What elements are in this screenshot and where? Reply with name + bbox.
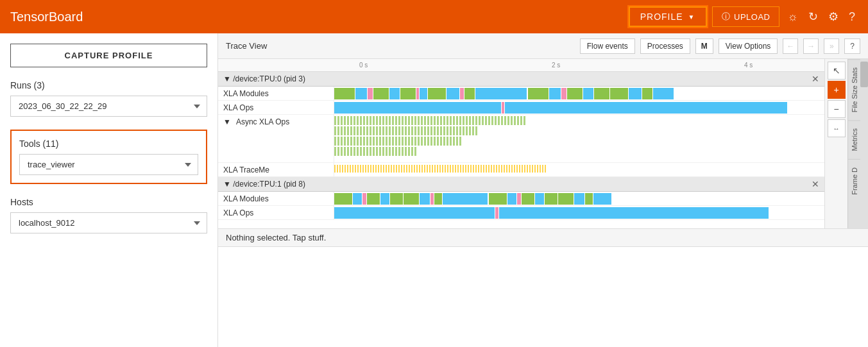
- tools-select[interactable]: trace_viewer: [19, 154, 198, 175]
- row-canvas-async-xla-ops[interactable]: [334, 115, 824, 163]
- info-icon: ⓘ: [722, 11, 731, 22]
- help-icon-button[interactable]: ?: [846, 8, 858, 26]
- ruler-tick-2: 2 s: [552, 62, 560, 69]
- runs-select[interactable]: 2023_06_30_22_22_29: [10, 96, 207, 117]
- view-options-button[interactable]: View Options: [719, 38, 778, 54]
- nav-next-button[interactable]: →: [803, 38, 819, 54]
- row-canvas-xla-ops-1[interactable]: [334, 101, 824, 114]
- nav-help-button[interactable]: ?: [844, 38, 860, 54]
- row-canvas-xla-traceme[interactable]: [334, 163, 824, 176]
- hosts-label: Hosts: [10, 197, 207, 207]
- app-title: TensorBoard: [10, 10, 83, 24]
- status-text: Nothing selected. Tap stuff.: [226, 233, 326, 242]
- capture-profile-button[interactable]: CAPTURE PROFILE: [10, 44, 207, 67]
- device1-header: ▼ /device:TPU:0 (pid 3) ✕: [218, 72, 824, 87]
- hosts-section: Hosts localhost_9012: [10, 197, 207, 233]
- processes-button[interactable]: Processes: [640, 38, 690, 54]
- m-button[interactable]: M: [695, 38, 713, 54]
- file-size-stats-tab[interactable]: File Size Stats: [848, 59, 861, 120]
- nav-end-button[interactable]: »: [824, 38, 839, 54]
- row-canvas-xla-modules-1[interactable]: [334, 87, 824, 100]
- content-area: Trace View Flow events Processes M View …: [218, 33, 868, 347]
- settings-icon-button[interactable]: ⚙: [826, 7, 841, 26]
- navbar-left: TensorBoard: [10, 10, 83, 24]
- table-row: ▼Async XLA Ops: [218, 115, 824, 163]
- device2-close-icon[interactable]: ✕: [812, 179, 819, 189]
- bottom-content: [218, 247, 868, 347]
- runs-section: Runs (3) 2023_06_30_22_22_29: [10, 80, 207, 117]
- frame-d-tab[interactable]: Frame D: [848, 159, 861, 203]
- trace-header: Trace View Flow events Processes M View …: [218, 33, 868, 59]
- device2-name: ▼ /device:TPU:1 (pid 8): [223, 180, 305, 189]
- main-layout: CAPTURE PROFILE Runs (3) 2023_06_30_22_2…: [0, 33, 868, 347]
- hosts-select[interactable]: localhost_9012: [10, 212, 207, 233]
- profile-dropdown-arrow: ▼: [688, 13, 695, 21]
- fit-button[interactable]: ↔: [828, 119, 846, 137]
- row-label-xla-modules-2: XLA Modules: [218, 194, 334, 203]
- sidebar-right: File Size Stats Metrics Frame D: [847, 59, 860, 228]
- ruler-tick-0: 0 s: [359, 62, 368, 69]
- table-row: XLA TraceMe: [218, 163, 824, 177]
- flow-events-button[interactable]: Flow events: [580, 38, 635, 54]
- metrics-tab[interactable]: Metrics: [848, 120, 861, 158]
- navbar: TensorBoard PROFILE ▼ ⓘ UPLOAD ☼ ↻ ⚙ ?: [0, 0, 868, 33]
- table-row: XLA Modules: [218, 192, 824, 206]
- trace-scrollbar[interactable]: [860, 59, 868, 228]
- brightness-icon-button[interactable]: ☼: [785, 8, 801, 26]
- row-canvas-xla-ops-2[interactable]: [334, 206, 824, 219]
- timeline-ruler: 0 s 2 s 4 s: [218, 59, 824, 72]
- row-label-async-xla-ops: ▼Async XLA Ops: [218, 115, 334, 163]
- bottom-status: Nothing selected. Tap stuff.: [218, 229, 868, 247]
- trace-body: 0 s 2 s 4 s ▼ /device:TPU:0 (pid 3) ✕: [218, 59, 868, 228]
- tools-section: Tools (11) trace_viewer: [10, 130, 207, 184]
- device1-name: ▼ /device:TPU:0 (pid 3): [223, 74, 305, 83]
- nav-prev-button[interactable]: ←: [783, 38, 798, 54]
- zoom-in-button[interactable]: +: [828, 81, 846, 99]
- zoom-out-button[interactable]: −: [828, 100, 846, 118]
- row-label-xla-ops-2: XLA Ops: [218, 208, 334, 217]
- table-row: XLA Ops: [218, 206, 824, 220]
- table-row: XLA Ops: [218, 101, 824, 115]
- trace-controls: ↖ + − ↔: [824, 59, 847, 228]
- tools-label: Tools (11): [19, 139, 198, 149]
- trace-view-title: Trace View: [226, 41, 575, 51]
- device2-header: ▼ /device:TPU:1 (pid 8) ✕: [218, 177, 824, 192]
- trace-main[interactable]: 0 s 2 s 4 s ▼ /device:TPU:0 (pid 3) ✕: [218, 59, 824, 228]
- upload-button[interactable]: ⓘ UPLOAD: [712, 6, 780, 27]
- pointer-tool-button[interactable]: ↖: [828, 62, 846, 80]
- trace-rows: ▼ /device:TPU:0 (pid 3) ✕ XLA Modules: [218, 72, 824, 228]
- row-canvas-xla-modules-2[interactable]: [334, 192, 824, 205]
- refresh-icon-button[interactable]: ↻: [806, 7, 821, 26]
- row-label-xla-ops-1: XLA Ops: [218, 103, 334, 112]
- row-label-xla-traceme: XLA TraceMe: [218, 165, 334, 174]
- device1-close-icon[interactable]: ✕: [812, 74, 819, 84]
- navbar-right: PROFILE ▼ ⓘ UPLOAD ☼ ↻ ⚙ ?: [629, 6, 858, 27]
- row-label-xla-modules-1: XLA Modules: [218, 89, 334, 98]
- bottom-panel: Nothing selected. Tap stuff.: [218, 228, 868, 347]
- ruler-tick-4: 4 s: [744, 62, 753, 69]
- runs-label: Runs (3): [10, 80, 207, 90]
- sidebar: CAPTURE PROFILE Runs (3) 2023_06_30_22_2…: [0, 33, 218, 347]
- table-row: XLA Modules: [218, 87, 824, 101]
- profile-button[interactable]: PROFILE ▼: [629, 6, 707, 27]
